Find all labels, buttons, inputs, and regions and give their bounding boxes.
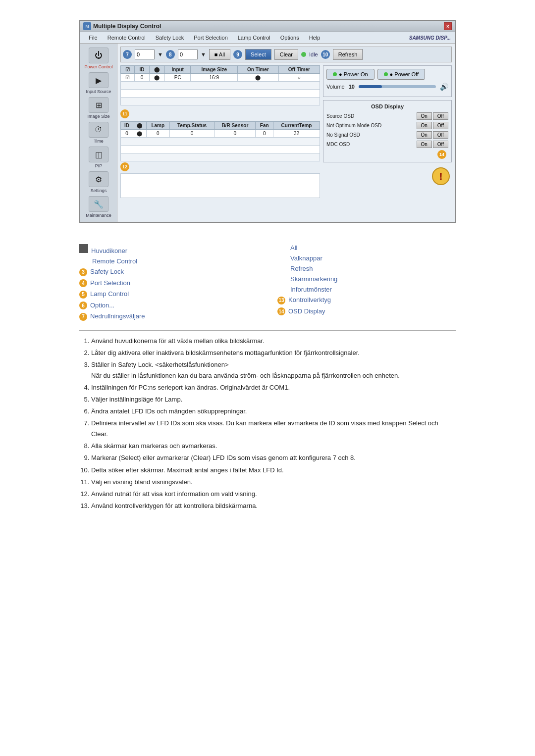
osd-source-label: Source OSD <box>326 113 354 119</box>
menu-remote-control[interactable]: Remote Control <box>103 33 150 42</box>
legend-lamp-control: 5 Lamp Control <box>79 289 258 300</box>
col-on-timer: On Timer <box>238 66 278 74</box>
col-off-timer: Off Timer <box>278 66 320 74</box>
osd-mdc-label: MDC OSD <box>326 142 350 147</box>
legend-num-4: 4 <box>79 279 87 287</box>
col-b-sensor: B/R Sensor <box>214 122 256 130</box>
id-to-input[interactable] <box>178 50 198 59</box>
sidebar-item-time[interactable]: ⏱ Time <box>89 122 108 144</box>
menu-options[interactable]: Options <box>276 33 304 42</box>
volume-value: 10 <box>349 84 355 90</box>
table-row-empty-2 <box>121 90 320 98</box>
sidebar: ⏻ Power Control ▶ Input Source ⊞ Image S… <box>80 44 117 222</box>
col-checkbox: ☑ <box>121 66 135 74</box>
instruction-12: Använd rutnät för att visa kort informat… <box>91 489 456 500</box>
brand-label: SAMSUNG DISP... <box>409 35 451 41</box>
menu-port-selection[interactable]: Port Selection <box>189 33 232 42</box>
instruction-8: Alla skärmar kan markeras och avmarkeras… <box>91 441 456 452</box>
col-b-lamp: Lamp <box>146 122 169 130</box>
legend-remote-text: Remote Control <box>92 257 137 265</box>
legend-col-left: Huvudikoner Remote Control 3 Safety Lock… <box>79 243 258 322</box>
osd-nosignal-on[interactable]: On <box>417 131 432 139</box>
instruction-6: Ändra antalet LFD IDs och mängden sökupp… <box>91 406 456 417</box>
power-off-button[interactable]: ● Power Off <box>377 69 425 80</box>
main-window: M Multiple Display Control × File Remote… <box>79 20 456 223</box>
osd-mdc-on[interactable]: On <box>417 141 432 148</box>
id-from-input[interactable] <box>135 50 155 59</box>
badge-14: 14 <box>437 150 446 159</box>
all-button[interactable]: ■ All <box>209 49 230 60</box>
menu-lamp-control[interactable]: Lamp Control <box>233 33 275 42</box>
osd-mdc-buttons: On Off <box>417 141 449 148</box>
menu-file[interactable]: File <box>84 33 102 42</box>
sidebar-label-power: Power Control <box>84 64 112 69</box>
osd-nosignal-label: No Signal OSD <box>326 132 360 138</box>
legend-valknappar: Valknappar <box>277 253 456 263</box>
legend-num-5: 5 <box>79 291 87 299</box>
col-b-id: ID <box>121 122 133 130</box>
select-button[interactable]: Select <box>245 49 271 60</box>
menu-help[interactable]: Help <box>305 33 325 42</box>
instruction-9: Markerar (Select) eller avmarkerar (Clea… <box>91 453 456 463</box>
osd-source-off[interactable]: Off <box>433 112 448 120</box>
close-button[interactable]: × <box>444 22 452 30</box>
sidebar-label-time: Time <box>94 139 104 144</box>
osd-notopt-off[interactable]: Off <box>433 122 448 129</box>
osd-row-not-optimum: Not Optimum Mode OSD On Off <box>326 122 448 129</box>
osd-source-buttons: On Off <box>417 112 449 120</box>
grid-left: ☑ ID ⬤ Input Image Size On Timer Off Tim… <box>120 65 320 219</box>
sidebar-item-power[interactable]: ⏻ Power Control <box>84 48 112 69</box>
osd-panel: OSD Display Source OSD On Off Not Optimu… <box>323 100 452 162</box>
legend-num-6: 6 <box>79 302 87 309</box>
table-row-b-empty3 <box>121 153 320 161</box>
osd-notopt-on[interactable]: On <box>417 122 432 129</box>
image-size-icon: ⊞ <box>89 97 108 113</box>
badge-11: 11 <box>120 109 129 118</box>
menu-safety-lock[interactable]: Safety Lock <box>151 33 188 42</box>
legend-section: Huvudikoner Remote Control 3 Safety Lock… <box>79 243 456 511</box>
col-status: ⬤ <box>149 66 164 74</box>
legend-safety-text: Safety Lock <box>90 268 124 275</box>
instructions: Använd huvudikonerna för att växla mella… <box>79 336 456 511</box>
table-row-b-empty1 <box>121 138 320 146</box>
power-buttons-row: ● Power On ● Power Off <box>326 69 448 80</box>
cell-on-timer: ⬤ <box>238 74 278 82</box>
sidebar-item-image-size[interactable]: ⊞ Image Size <box>87 97 109 119</box>
volume-bar[interactable] <box>359 85 436 88</box>
cell-checkbox[interactable]: ☑ <box>121 74 135 82</box>
legend-port-selection: 4 Port Selection <box>79 278 258 289</box>
osd-row-source: Source OSD On Off <box>326 112 448 120</box>
legend-infor-text: Inforutmönster <box>290 286 332 293</box>
osd-source-on[interactable]: On <box>417 112 432 120</box>
instruction-5: Väljer inställningsläge för Lamp. <box>91 394 456 405</box>
refresh-button[interactable]: Refresh <box>333 49 363 60</box>
power-panel: ● Power On ● Power Off Volume 10 <box>323 65 452 97</box>
col-b-curtemp: CurrentTemp <box>273 122 320 130</box>
legend-safety-lock: 3 Safety Lock <box>79 266 258 278</box>
legend-kontroll-text: Kontrollverktyg <box>288 296 331 303</box>
clear-button[interactable]: Clear <box>274 49 298 60</box>
warning-area: ! <box>323 165 452 187</box>
instruction-3: Ställer in Safety Lock. <säkerhetslåsfun… <box>91 359 456 381</box>
power-on-button[interactable]: ● Power On <box>326 69 374 80</box>
power-on-dot <box>333 72 337 76</box>
right-controls: ● Power On ● Power Off Volume 10 <box>323 65 452 219</box>
osd-mdc-off[interactable]: Off <box>433 141 448 148</box>
title-bar: M Multiple Display Control × <box>80 21 455 32</box>
sidebar-item-maintenance[interactable]: 🔧 Maintenance <box>86 196 111 218</box>
sidebar-item-input[interactable]: ▶ Input Source <box>86 72 111 94</box>
cell-off-timer: ○ <box>278 74 320 82</box>
cell-id: 0 <box>135 74 150 82</box>
volume-icon: 🔊 <box>440 83 448 91</box>
settings-icon: ⚙ <box>89 171 108 187</box>
sidebar-item-pip[interactable]: ◫ PIP <box>89 147 108 168</box>
badge-12: 12 <box>120 162 129 171</box>
legend-skarm-text: Skärmmarkering <box>290 275 337 283</box>
col-id: ID <box>135 66 150 74</box>
osd-nosignal-off[interactable]: Off <box>433 131 448 139</box>
legend-option-text: Option... <box>90 302 114 309</box>
toolbar: 7 ▼ 8 ▼ ■ All 9 Select Clear Idle 10 Ref… <box>120 47 452 62</box>
col-input: Input <box>165 66 191 74</box>
sidebar-item-settings[interactable]: ⚙ Settings <box>89 171 108 193</box>
instruction-2: Låter dig aktivera eller inaktivera bild… <box>91 348 456 358</box>
